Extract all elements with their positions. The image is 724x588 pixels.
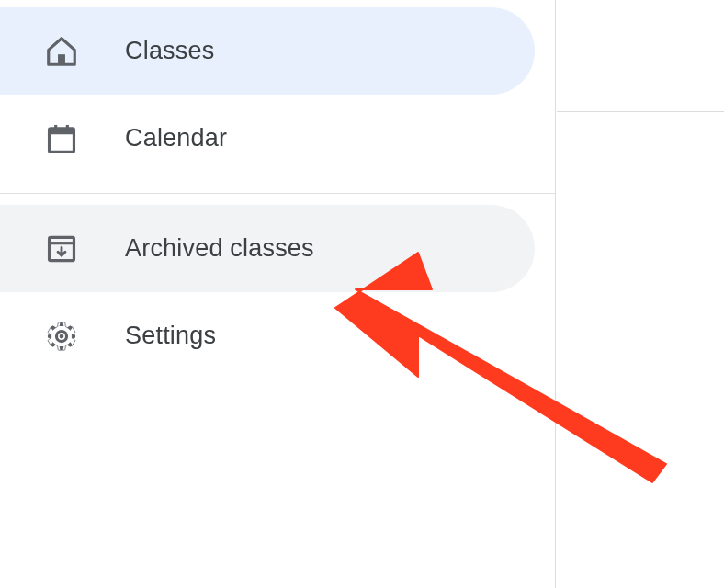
archive-icon: [44, 232, 79, 266]
svg-point-8: [60, 334, 64, 338]
content-topbar: [557, 0, 724, 112]
sidebar-item-settings[interactable]: Settings: [0, 292, 535, 379]
svg-rect-2: [50, 128, 74, 133]
nav-section-main: Classes Calendar: [0, 7, 555, 193]
svg-rect-0: [58, 54, 65, 64]
sidebar: Classes Calendar: [0, 0, 556, 588]
sidebar-item-archived-classes[interactable]: Archived classes: [0, 205, 535, 292]
gear-icon: [44, 319, 79, 354]
sidebar-item-label: Calendar: [125, 124, 227, 153]
nav-section-secondary: Archived classes Settings: [0, 194, 555, 390]
sidebar-item-classes[interactable]: Classes: [0, 7, 535, 95]
sidebar-item-label: Settings: [125, 322, 216, 350]
sidebar-item-label: Classes: [125, 37, 214, 65]
sidebar-item-label: Archived classes: [125, 234, 314, 263]
calendar-icon: [44, 121, 79, 156]
home-icon: [44, 34, 79, 69]
sidebar-item-calendar[interactable]: Calendar: [0, 95, 535, 182]
content-area: [557, 0, 724, 588]
